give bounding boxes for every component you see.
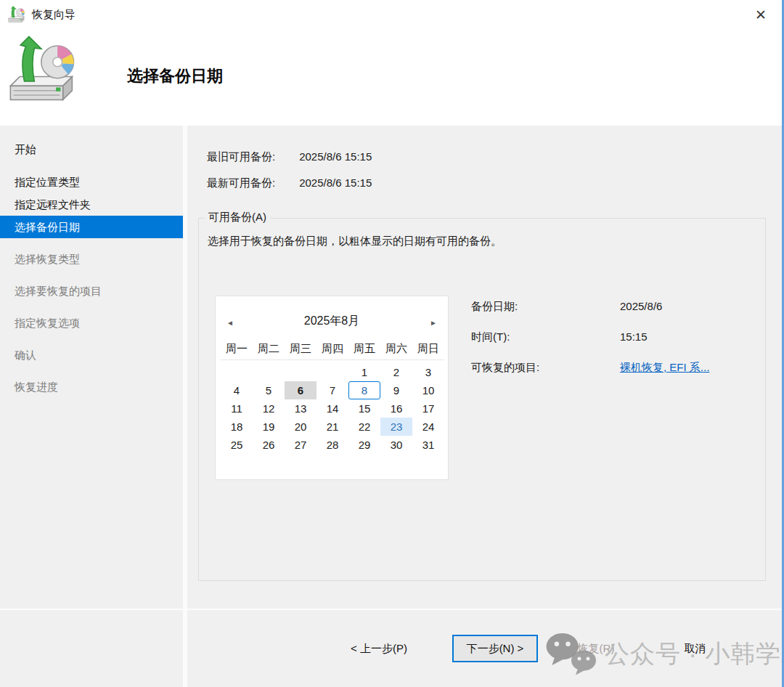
calendar-weekday: 周三 [285,340,317,357]
next-button[interactable]: 下一步(N) > [452,635,538,662]
calendar-weekday: 周四 [317,340,348,357]
calendar-day-15[interactable]: 15 [348,399,380,418]
calendar-day-18[interactable]: 18 [221,418,253,436]
sidebar-step-1: 开始 [0,138,183,160]
calendar-day-6[interactable]: 6 [285,381,317,399]
time-label: 时间(T): [471,330,510,344]
newest-backup-label: 最新可用备份: [207,176,296,190]
calendar-day-23[interactable]: 23 [380,418,412,436]
calendar-day-22[interactable]: 22 [348,418,380,436]
newest-backup-value: 2025/8/6 15:15 [299,176,372,189]
calendar-day-14[interactable]: 14 [317,399,348,418]
sidebar-step-7: 指定恢复选项 [0,312,183,334]
calendar-day-empty [253,363,285,381]
sidebar-step-5: 选择恢复类型 [0,248,183,270]
calendar-day-3[interactable]: 3 [412,363,444,381]
calendar-month-title: 2025年8月 [216,314,448,329]
calendar-weekday: 周一 [221,340,253,357]
recover-button[interactable]: 恢复(R) [553,635,639,662]
calendar-day-19[interactable]: 19 [253,418,285,436]
close-button[interactable]: ✕ [746,2,776,27]
calendar-weekday-header: 周一周二周三周四周五周六周日 [221,340,444,360]
calendar-day-4[interactable]: 4 [221,381,253,399]
calendar-weekday: 周六 [380,340,412,357]
calendar-day-empty [221,363,253,381]
sidebar-step-6: 选择要恢复的项目 [0,280,183,302]
sidebar-step-4: 选择备份日期 [0,216,183,238]
time-value: 15:15 [620,330,648,343]
groupbox-description: 选择用于恢复的备份日期，以粗体显示的日期有可用的备份。 [208,235,502,248]
calendar-day-7[interactable]: 7 [317,381,348,399]
footer-separator [0,609,782,610]
wizard-header: 选择备份日期 [0,29,782,126]
calendar-day-30[interactable]: 30 [380,436,412,454]
calendar-day-12[interactable]: 12 [253,399,285,418]
titlebar: 恢复向导 ✕ [0,0,782,29]
calendar-day-10[interactable]: 10 [412,381,444,399]
calendar-day-13[interactable]: 13 [285,399,317,418]
backup-date-value: 2025/8/6 [620,300,662,312]
calendar-day-2[interactable]: 2 [380,363,412,381]
close-icon: ✕ [755,7,767,23]
calendar-day-31[interactable]: 31 [412,436,444,454]
calendar-day-25[interactable]: 25 [221,436,253,454]
oldest-backup-row: 最旧可用备份: 2025/8/6 15:15 [207,150,372,164]
groupbox-title: 可用备份(A) [205,211,270,224]
restore-disk-icon [6,35,80,105]
sidebar-step-3: 指定远程文件夹 [0,193,183,216]
calendar-day-1[interactable]: 1 [348,363,380,381]
newest-backup-row: 最新可用备份: 2025/8/6 15:15 [207,176,372,190]
wizard-body: 开始指定位置类型指定远程文件夹选择备份日期选择恢复类型选择要恢复的项目指定恢复选… [0,126,782,687]
page-title: 选择备份日期 [127,65,223,87]
calendar-day-11[interactable]: 11 [221,399,253,418]
cancel-button[interactable]: 取消 [657,635,733,662]
oldest-backup-label: 最旧可用备份: [207,150,296,164]
calendar-day-empty [285,363,317,381]
calendar-day-28[interactable]: 28 [317,436,348,454]
calendar-day-27[interactable]: 27 [285,436,317,454]
window-title: 恢复向导 [32,0,75,29]
calendar-day-5[interactable]: 5 [253,381,285,399]
recoverable-items-link[interactable]: 裸机恢复, EFI 系... [620,361,709,375]
calendar-weekday: 周日 [412,340,444,357]
sidebar-step-9: 恢复进度 [0,375,183,398]
calendar-day-20[interactable]: 20 [285,418,317,436]
calendar-day-empty [317,363,348,381]
main-content: 最旧可用备份: 2025/8/6 15:15 最新可用备份: 2025/8/6 … [187,126,782,687]
recoverable-items-label: 可恢复的项目: [471,361,539,375]
calendar-day-9[interactable]: 9 [380,381,412,399]
calendar-day-29[interactable]: 29 [348,436,380,454]
calendar-day-24[interactable]: 24 [412,418,444,436]
calendar-day-21[interactable]: 21 [317,418,348,436]
backup-date-label: 备份日期: [471,300,518,314]
calendar-weekday: 周二 [253,340,285,357]
sidebar-step-2: 指定位置类型 [0,171,183,193]
calendar-day-8[interactable]: 8 [348,381,380,399]
calendar-day-17[interactable]: 17 [412,399,444,418]
oldest-backup-value: 2025/8/6 15:15 [299,150,372,163]
calendar-day-26[interactable]: 26 [253,436,285,454]
sidebar-step-8: 确认 [0,344,183,366]
calendar: ◄ 2025年8月 ► 周一周二周三周四周五周六周日 1234567891011… [215,296,449,480]
app-restore-icon [7,6,26,23]
calendar-next-icon[interactable]: ► [430,319,437,327]
calendar-day-16[interactable]: 16 [380,399,412,418]
recovery-wizard-window: 恢复向导 ✕ 选择备份日期 开始指定位置类型指定远程文件夹选择备份日期选择恢复类… [0,0,784,687]
wizard-steps-sidebar: 开始指定位置类型指定远程文件夹选择备份日期选择恢复类型选择要恢复的项目指定恢复选… [0,126,183,687]
calendar-weekday: 周五 [348,340,380,357]
back-button[interactable]: < 上一步(P) [328,635,430,662]
calendar-grid: 1234567891011121314151617181920212223242… [221,363,444,454]
available-backups-groupbox: 可用备份(A) 选择用于恢复的备份日期，以粗体显示的日期有可用的备份。 ◄ 20… [198,218,766,581]
